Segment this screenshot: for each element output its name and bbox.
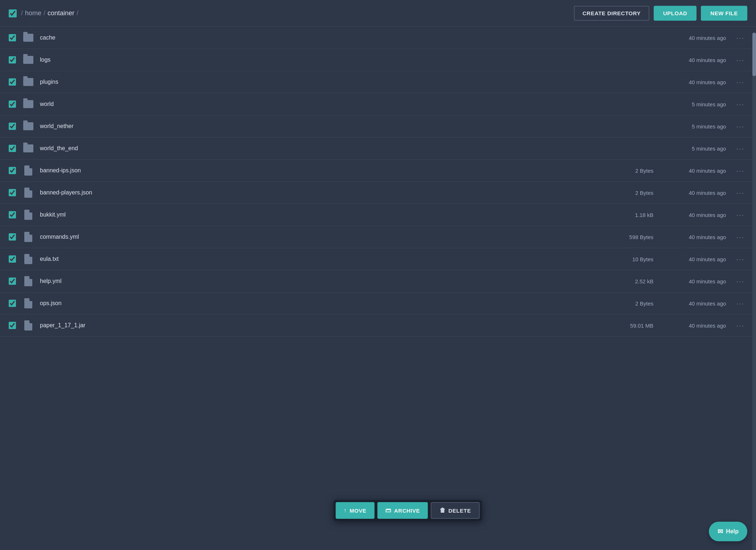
breadcrumb-area: / home / container / bbox=[9, 9, 78, 17]
more-options-button[interactable]: ··· bbox=[733, 99, 747, 110]
breadcrumb-current: container bbox=[48, 9, 74, 17]
file-icon bbox=[24, 254, 32, 264]
move-icon: ↑ bbox=[344, 507, 347, 514]
breadcrumb-sep1: / bbox=[44, 9, 45, 17]
row-checkbox[interactable] bbox=[9, 255, 16, 263]
file-name: bukkit.yml bbox=[40, 212, 610, 218]
more-options-button[interactable]: ··· bbox=[733, 187, 747, 198]
archive-icon: 🗃 bbox=[385, 507, 391, 514]
new-file-button[interactable]: NEW FILE bbox=[701, 6, 747, 21]
icon-container bbox=[22, 275, 34, 287]
file-time: 40 minutes ago bbox=[668, 190, 726, 196]
help-button[interactable]: ✉ Help bbox=[709, 522, 747, 541]
top-actions: CREATE DIRECTORY UPLOAD NEW FILE bbox=[574, 6, 747, 21]
folder-icon bbox=[23, 78, 33, 86]
more-options-button[interactable]: ··· bbox=[733, 32, 747, 44]
breadcrumb-sep-start: / bbox=[21, 9, 23, 17]
row-checkbox[interactable] bbox=[9, 78, 16, 86]
bulk-action-bar: ↑ MOVE 🗃 ARCHIVE 🗑 DELETE bbox=[333, 500, 482, 521]
table-row: logs 40 minutes ago ··· bbox=[0, 49, 756, 71]
create-directory-button[interactable]: CREATE DIRECTORY bbox=[574, 6, 649, 21]
file-name: banned-ips.json bbox=[40, 167, 610, 174]
row-checkbox[interactable] bbox=[9, 233, 16, 241]
more-options-button[interactable]: ··· bbox=[733, 77, 747, 88]
table-row: commands.yml 598 Bytes 40 minutes ago ··… bbox=[0, 226, 756, 248]
row-checkbox[interactable] bbox=[9, 167, 16, 174]
file-time: 40 minutes ago bbox=[668, 278, 726, 284]
scrollbar[interactable] bbox=[752, 33, 756, 550]
table-row: paper_1_17_1.jar 59.01 MB 40 minutes ago… bbox=[0, 315, 756, 337]
row-checkbox[interactable] bbox=[9, 56, 16, 63]
file-size: 598 Bytes bbox=[610, 234, 653, 240]
table-row: plugins 40 minutes ago ··· bbox=[0, 71, 756, 93]
more-options-button[interactable]: ··· bbox=[733, 121, 747, 132]
row-checkbox[interactable] bbox=[9, 211, 16, 218]
delete-icon: 🗑 bbox=[440, 507, 446, 514]
file-time: 40 minutes ago bbox=[668, 35, 726, 41]
more-options-button[interactable]: ··· bbox=[733, 254, 747, 265]
row-checkbox[interactable] bbox=[9, 123, 16, 130]
file-name: world bbox=[40, 101, 610, 107]
folder-icon bbox=[23, 144, 33, 152]
select-all-checkbox[interactable] bbox=[9, 9, 17, 17]
table-row: help.yml 2.52 kB 40 minutes ago ··· bbox=[0, 270, 756, 292]
icon-container bbox=[22, 231, 34, 243]
file-name: paper_1_17_1.jar bbox=[40, 322, 610, 329]
folder-icon bbox=[23, 122, 33, 130]
move-button[interactable]: ↑ MOVE bbox=[336, 502, 374, 519]
row-checkbox[interactable] bbox=[9, 189, 16, 196]
more-options-button[interactable]: ··· bbox=[733, 298, 747, 309]
upload-button[interactable]: UPLOAD bbox=[654, 6, 697, 21]
more-options-button[interactable]: ··· bbox=[733, 320, 747, 331]
more-options-button[interactable]: ··· bbox=[733, 165, 747, 176]
more-options-button[interactable]: ··· bbox=[733, 143, 747, 154]
row-checkbox[interactable] bbox=[9, 278, 16, 285]
icon-container bbox=[22, 143, 34, 154]
table-row: world_the_end 5 minutes ago ··· bbox=[0, 138, 756, 160]
more-options-button[interactable]: ··· bbox=[733, 231, 747, 243]
file-time: 5 minutes ago bbox=[668, 101, 726, 107]
top-bar: / home / container / CREATE DIRECTORY UP… bbox=[0, 0, 756, 27]
table-row: world 5 minutes ago ··· bbox=[0, 93, 756, 115]
file-icon bbox=[24, 276, 32, 286]
file-time: 5 minutes ago bbox=[668, 123, 726, 130]
file-icon bbox=[24, 298, 32, 308]
file-time: 40 minutes ago bbox=[668, 212, 726, 218]
file-name: plugins bbox=[40, 79, 610, 85]
icon-container bbox=[22, 320, 34, 331]
archive-button[interactable]: 🗃 ARCHIVE bbox=[377, 502, 428, 519]
more-options-button[interactable]: ··· bbox=[733, 276, 747, 287]
icon-container bbox=[22, 120, 34, 132]
file-size: 2.52 kB bbox=[610, 278, 653, 284]
icon-container bbox=[22, 209, 34, 221]
delete-label: DELETE bbox=[448, 508, 471, 514]
table-row: bukkit.yml 1.18 kB 40 minutes ago ··· bbox=[0, 204, 756, 226]
row-checkbox[interactable] bbox=[9, 322, 16, 329]
file-size: 59.01 MB bbox=[610, 323, 653, 329]
file-name: ops.json bbox=[40, 300, 610, 307]
file-icon bbox=[24, 165, 32, 176]
row-checkbox[interactable] bbox=[9, 34, 16, 41]
breadcrumb-home: home bbox=[25, 9, 41, 17]
file-time: 40 minutes ago bbox=[668, 168, 726, 174]
more-options-button[interactable]: ··· bbox=[733, 209, 747, 221]
table-row: eula.txt 10 Bytes 40 minutes ago ··· bbox=[0, 248, 756, 270]
file-name: commands.yml bbox=[40, 234, 610, 240]
table-row: cache 40 minutes ago ··· bbox=[0, 27, 756, 49]
file-name: cache bbox=[40, 34, 610, 41]
row-checkbox[interactable] bbox=[9, 100, 16, 108]
delete-button[interactable]: 🗑 DELETE bbox=[431, 502, 480, 519]
file-name: banned-players.json bbox=[40, 189, 610, 196]
folder-icon bbox=[23, 56, 33, 64]
file-time: 40 minutes ago bbox=[668, 323, 726, 329]
file-icon bbox=[24, 188, 32, 198]
file-time: 40 minutes ago bbox=[668, 300, 726, 307]
scrollbar-thumb[interactable] bbox=[752, 33, 756, 76]
row-checkbox[interactable] bbox=[9, 145, 16, 152]
help-label: Help bbox=[726, 528, 739, 535]
icon-container bbox=[22, 165, 34, 176]
icon-container bbox=[22, 32, 34, 44]
more-options-button[interactable]: ··· bbox=[733, 54, 747, 66]
row-checkbox[interactable] bbox=[9, 300, 16, 307]
file-size: 1.18 kB bbox=[610, 212, 653, 218]
